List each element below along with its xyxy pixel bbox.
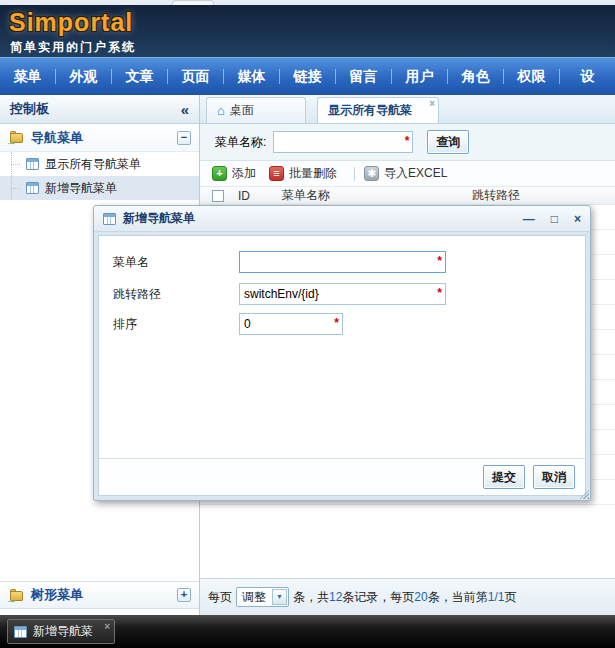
column-header-id: ID [238,189,282,203]
panel-expand-button[interactable]: + [177,588,191,602]
application-window: Simportal 简单实用的门户系统 菜单 外观 文章 页面 媒体 链接 留言… [0,0,615,648]
pager-total-records: 12 [329,590,342,604]
app-subtitle: 简单实用的门户系统 [10,39,136,56]
pager-text: 条，共 [293,589,329,606]
menubar-item-article[interactable]: 文章 [112,68,167,86]
pager-text: 条，当前第 [428,589,488,606]
sidebar-item-show-all-nav-menus[interactable]: 显示所有导航菜单 [0,152,199,176]
cancel-button[interactable]: 取消 [533,465,575,489]
dialog-title: 新增导航菜单 [123,210,507,227]
required-asterisk: * [437,255,442,267]
pager-prefix: 每页 [208,589,232,606]
menubar-item-settings[interactable]: 设 [560,68,615,86]
search-label: 菜单名称: [215,134,266,151]
top-menubar: 菜单 外观 文章 页面 媒体 链接 留言 用户 角色 权限 设 [0,57,615,95]
import-excel-button[interactable]: 导入EXCEL [384,165,447,182]
page-size-select-value: 调整 [237,589,271,606]
panel-title-nav-menu: 导航菜单 [31,129,170,147]
sidebar-panel-tree-menu[interactable]: → 树形菜单 + [0,581,199,609]
field-wrap: * [239,283,446,305]
menubar-item-message[interactable]: 留言 [336,68,391,86]
tab-close-icon[interactable]: × [429,99,435,109]
tab-desktop[interactable]: ⌂ 桌面 [206,97,306,123]
app-logo: Simportal [9,8,133,37]
table-icon [103,213,116,225]
field-label-sort-order: 排序 [113,316,239,333]
folder-arrow-icon: → [8,589,24,602]
select-all-checkbox[interactable] [212,190,224,202]
app-header: Simportal 简单实用的门户系统 [0,5,615,57]
form-row-menu-name: 菜单名 * [113,250,446,274]
add-nav-menu-dialog: 新增导航菜单 — □ × 菜单名 * 跳转路径 * 排序 [93,205,591,501]
resize-grip[interactable] [580,490,589,499]
tree-item-label: 显示所有导航菜单 [45,156,141,173]
tab-label: 桌面 [230,102,254,119]
menubar-item-menu[interactable]: 菜单 [0,68,55,86]
toolbar-divider [354,167,355,181]
menu-name-field[interactable] [239,251,446,273]
pager-current-page: 1/1 [488,590,505,604]
nav-menu-tree: 显示所有导航菜单 新增导航菜单 [0,152,199,200]
search-input-wrap: * [273,131,413,153]
sidebar-title: 控制板 [10,100,49,118]
sort-order-field[interactable] [239,313,343,335]
table-icon [26,158,39,170]
sidebar-item-add-nav-menu[interactable]: 新增导航菜单 [0,176,199,200]
page-size-select[interactable]: 调整 ▼ [236,587,289,607]
tab-show-all-nav-menus[interactable]: 显示所有导航菜 × [317,97,439,123]
batch-delete-button[interactable]: 批量删除 [289,165,337,182]
chevron-down-icon: ▼ [272,589,287,605]
import-excel-icon: ✱ [364,166,379,181]
menubar-item-permission[interactable]: 权限 [504,68,559,86]
tab-label: 显示所有导航菜 [328,102,412,119]
form-row-sort-order: 排序 * [113,312,343,336]
table-icon [26,182,39,194]
form-row-jump-path: 跳转路径 * [113,282,446,306]
add-icon: + [212,166,227,181]
submit-button[interactable]: 提交 [483,465,525,489]
dialog-titlebar[interactable]: 新增导航菜单 — □ × [94,206,590,232]
field-wrap: * [239,313,343,335]
column-header-jump-path: 跳转路径 [472,187,615,204]
pager-text: 条记录，每页 [342,589,414,606]
taskbar-item-add-nav-menu[interactable]: 新增导航菜 × [7,619,115,644]
close-icon[interactable]: × [104,622,110,632]
pagination-bar: 每页 调整 ▼ 条，共 12 条记录，每页 20 条，当前第 1/1 页 [200,578,615,615]
field-label-menu-name: 菜单名 [113,254,239,271]
panel-title-tree-menu: 树形菜单 [31,586,170,604]
home-icon: ⌂ [217,104,225,117]
tree-item-label: 新增导航菜单 [45,180,117,197]
dialog-footer: 提交 取消 [99,458,585,495]
batch-delete-icon: ≡ [269,166,284,181]
maximize-icon[interactable]: □ [551,213,558,225]
menubar-item-media[interactable]: 媒体 [224,68,279,86]
pager-suffix: 页 [504,589,516,606]
required-asterisk: * [405,135,410,147]
menubar-item-user[interactable]: 用户 [392,68,447,86]
table-icon [14,626,27,638]
search-panel: 菜单名称: * 查询 [200,124,615,161]
grid-toolbar: + 添加 ≡ 批量删除 ✱ 导入EXCEL [200,161,615,187]
dialog-body: 菜单名 * 跳转路径 * 排序 * [98,235,586,496]
query-button[interactable]: 查询 [427,130,469,154]
sidebar-header: 控制板 « [0,95,199,124]
field-label-jump-path: 跳转路径 [113,286,239,303]
pager-page-size: 20 [414,590,427,604]
sidebar-panel-nav-menu[interactable]: → 导航菜单 − [0,124,199,152]
jump-path-field[interactable] [239,283,446,305]
required-asterisk: * [437,287,442,299]
menubar-item-link[interactable]: 链接 [280,68,335,86]
minimize-icon[interactable]: — [523,213,535,225]
bottom-taskbar: 新增导航菜 × [0,615,615,648]
add-button[interactable]: 添加 [232,165,256,182]
menu-name-search-input[interactable] [273,131,413,153]
panel-collapse-button[interactable]: − [177,131,191,145]
close-icon[interactable]: × [574,213,581,225]
table-header: ID 菜单名称 跳转路径 [200,187,615,205]
menubar-item-role[interactable]: 角色 [448,68,503,86]
column-header-menu-name: 菜单名称 [282,187,472,204]
menubar-item-page[interactable]: 页面 [168,68,223,86]
tab-bar: ⌂ 桌面 显示所有导航菜 × [200,95,615,124]
sidebar-collapse-icon[interactable]: « [181,102,189,117]
menubar-item-appearance[interactable]: 外观 [56,68,111,86]
